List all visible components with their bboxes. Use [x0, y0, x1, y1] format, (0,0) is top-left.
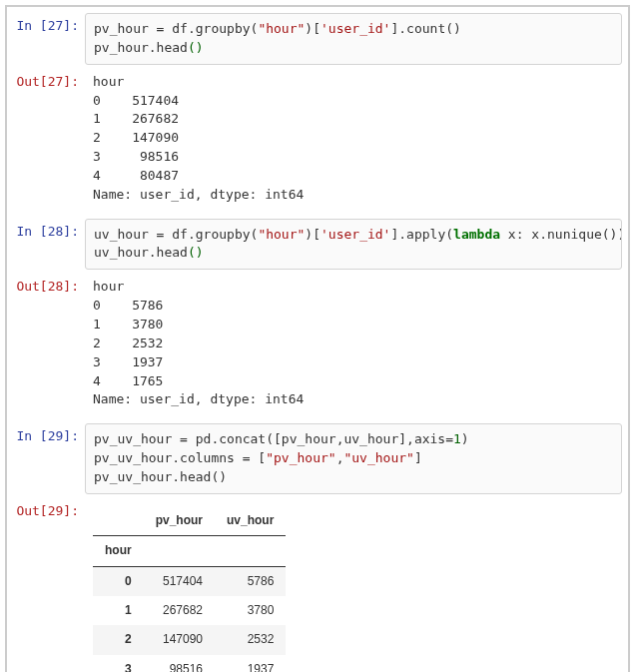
input-prompt: In [28]:	[7, 219, 85, 239]
input-prompt: In [27]:	[7, 13, 85, 33]
output-text-27: hour 0 517404 1 267682 2 147090 3 98516 …	[85, 69, 628, 215]
output-text-28: hour 0 5786 1 3780 2 2532 3 1937 4 1765 …	[85, 274, 628, 419]
df-blank-header	[93, 506, 144, 536]
code: pv_hour = df.groupby("hour")['user_id'].…	[94, 21, 461, 55]
cell-29-input-row: In [29]: pv_uv_hour = pd.concat([pv_hour…	[7, 421, 628, 496]
df-body: 0 517404 5786 1 267682 3780 2 147090 253…	[93, 566, 286, 672]
code-input-28[interactable]: uv_hour = df.groupby("hour")['user_id'].…	[85, 219, 622, 271]
table-row: 0 517404 5786	[93, 566, 286, 596]
cell-27-input-row: In [27]: pv_hour = df.groupby("hour")['u…	[7, 11, 628, 67]
output-prompt: Out[29]:	[7, 498, 85, 518]
cell-27-output-row: Out[27]: hour 0 517404 1 267682 2 147090…	[7, 67, 628, 217]
cell-28-input-row: In [28]: uv_hour = df.groupby("hour")['u…	[7, 217, 628, 273]
dataframe-table: pv_hour uv_hour hour 0 517404 5786	[93, 506, 286, 672]
cell-29-output-row: Out[29]: pv_hour uv_hour hour 0	[7, 496, 628, 672]
output-df-29: pv_hour uv_hour hour 0 517404 5786	[85, 498, 628, 672]
code: pv_uv_hour = pd.concat([pv_hour,uv_hour]…	[94, 431, 469, 484]
notebook: In [27]: pv_hour = df.groupby("hour")['u…	[5, 5, 630, 672]
table-row: 3 98516 1937	[93, 655, 286, 672]
cell-28-output-row: Out[28]: hour 0 5786 1 3780 2 2532 3 193…	[7, 272, 628, 421]
df-col-header: uv_hour	[215, 506, 286, 536]
output-prompt: Out[28]:	[7, 274, 85, 294]
input-prompt: In [29]:	[7, 423, 85, 443]
output-prompt: Out[27]:	[7, 69, 85, 89]
table-row: 2 147090 2532	[93, 625, 286, 654]
code: uv_hour = df.groupby("hour")['user_id'].…	[94, 227, 622, 261]
table-row: 1 267682 3780	[93, 596, 286, 625]
code-input-29[interactable]: pv_uv_hour = pd.concat([pv_hour,uv_hour]…	[85, 423, 622, 494]
df-index-name: hour	[93, 536, 144, 566]
code-input-27[interactable]: pv_hour = df.groupby("hour")['user_id'].…	[85, 13, 622, 65]
df-col-header: pv_hour	[144, 506, 215, 536]
